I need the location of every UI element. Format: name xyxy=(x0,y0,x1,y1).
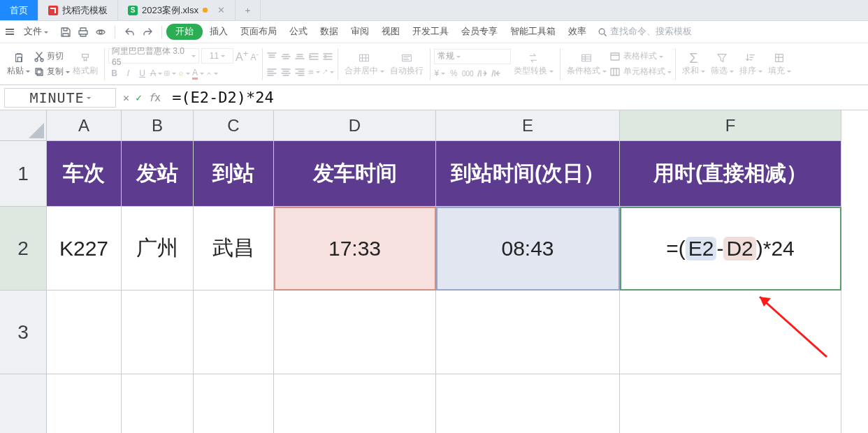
menu-view[interactable]: 视图 xyxy=(376,23,405,41)
phonetic-icon[interactable] xyxy=(206,68,218,80)
dec-inc-icon[interactable] xyxy=(476,68,488,80)
shrink-font-icon[interactable]: A- xyxy=(250,50,258,62)
fontcolor-icon[interactable]: A xyxy=(192,68,204,80)
cell-A3[interactable] xyxy=(47,291,122,374)
brush-icon[interactable] xyxy=(80,52,92,64)
indent-dec-icon[interactable] xyxy=(322,50,334,62)
cell-A1[interactable]: 车次 xyxy=(47,141,122,207)
cell-E3[interactable] xyxy=(436,291,620,374)
merge-icon[interactable] xyxy=(359,52,370,64)
formula-input[interactable]: =(E2-D2)*24 xyxy=(168,89,868,106)
strike-icon[interactable]: A xyxy=(150,68,162,80)
wrap-icon[interactable] xyxy=(400,52,412,64)
cell-D1[interactable]: 发车时间 xyxy=(274,141,436,207)
cellstyle-icon[interactable] xyxy=(609,66,621,78)
menu-start[interactable]: 开始 xyxy=(166,24,203,40)
cut-icon[interactable] xyxy=(33,50,45,62)
row-header-1[interactable]: 1 xyxy=(0,141,47,207)
font-select[interactable]: 阿里巴巴普惠体 3.0 65 xyxy=(108,48,199,64)
orientation-icon[interactable] xyxy=(322,66,334,78)
comma-icon[interactable]: 000 xyxy=(462,68,474,80)
cell-B1[interactable]: 发站 xyxy=(122,141,194,207)
menu-data[interactable]: 数据 xyxy=(314,23,344,41)
cell-F1[interactable]: 用时(直接相减） xyxy=(620,141,841,207)
cell-F2-editing[interactable]: =( E2 - D2 )*24 xyxy=(620,207,841,291)
menu-formula[interactable]: 公式 xyxy=(284,23,313,41)
percent-icon[interactable]: % xyxy=(448,68,460,80)
print-icon[interactable] xyxy=(77,26,89,38)
redo-icon[interactable] xyxy=(141,26,153,38)
hamburger-icon[interactable] xyxy=(3,26,17,38)
tab-docer[interactable]: 找稻壳模板 xyxy=(38,0,118,20)
size-select[interactable]: 11 xyxy=(201,48,233,64)
cell-D3[interactable] xyxy=(274,291,436,374)
cell-A2[interactable]: K227 xyxy=(47,207,122,291)
menu-insert[interactable]: 插入 xyxy=(204,23,233,41)
menu-efficiency[interactable]: 效率 xyxy=(563,23,592,41)
align-left-icon[interactable] xyxy=(266,66,278,78)
copy-icon[interactable] xyxy=(33,66,45,78)
bold-icon[interactable]: B xyxy=(108,68,120,80)
fx-icon[interactable]: fx xyxy=(148,91,161,104)
col-header-B[interactable]: B xyxy=(122,110,194,141)
cell-E1[interactable]: 到站时间(次日） xyxy=(436,141,620,207)
menu-vip[interactable]: 会员专享 xyxy=(456,23,503,41)
search-box[interactable]: 查找命令、搜索模板 xyxy=(593,26,696,38)
undo-icon[interactable] xyxy=(124,26,136,38)
convert-icon[interactable] xyxy=(528,52,540,64)
align-right-icon[interactable] xyxy=(294,66,306,78)
paste-label[interactable]: 粘贴 xyxy=(7,66,30,76)
fillcolor-icon[interactable] xyxy=(178,68,190,80)
tablestyle-icon[interactable] xyxy=(609,50,621,62)
col-header-C[interactable]: C xyxy=(194,110,274,141)
fill-icon[interactable] xyxy=(774,52,786,64)
border-icon[interactable] xyxy=(164,68,176,80)
row-header-3[interactable]: 3 xyxy=(0,291,47,374)
cell-C2[interactable]: 武昌 xyxy=(194,207,274,291)
col-header-E[interactable]: E xyxy=(436,110,620,141)
indent-inc-icon[interactable] xyxy=(308,50,320,62)
cell-B2[interactable]: 广州 xyxy=(122,207,194,291)
tab-file[interactable]: 2023案例.xlsx✕ xyxy=(118,0,236,20)
col-header-A[interactable]: A xyxy=(47,110,122,141)
cell-E2[interactable]: 08:43 xyxy=(436,207,620,291)
cell-B3[interactable] xyxy=(122,291,194,374)
fx-cancel-icon[interactable]: ✕ xyxy=(123,91,129,104)
number-format[interactable]: 常规 xyxy=(434,49,511,64)
menu-dev[interactable]: 开发工具 xyxy=(407,23,454,41)
fx-accept-icon[interactable]: ✓ xyxy=(136,91,142,104)
menu-file[interactable]: 文件 xyxy=(18,23,54,41)
sort-icon[interactable] xyxy=(745,52,757,64)
menu-layout[interactable]: 页面布局 xyxy=(235,23,282,41)
menu-review[interactable]: 审阅 xyxy=(345,23,375,41)
close-icon[interactable]: ✕ xyxy=(217,5,225,15)
save-icon[interactable] xyxy=(59,26,71,38)
col-header-D[interactable]: D xyxy=(274,110,436,141)
row-header-2[interactable]: 2 xyxy=(0,207,47,291)
cond-icon[interactable] xyxy=(581,52,593,64)
underline-icon[interactable]: U xyxy=(136,68,148,80)
col-header-F[interactable]: F xyxy=(620,110,841,141)
align-mid-icon[interactable] xyxy=(280,50,292,62)
select-all-corner[interactable] xyxy=(0,110,47,141)
cell-F3[interactable] xyxy=(620,291,841,374)
preview-icon[interactable] xyxy=(94,26,106,38)
tab-home[interactable]: 首页 xyxy=(0,0,38,20)
cell-D2[interactable]: 17:33 xyxy=(274,207,436,291)
menu-smart[interactable]: 智能工具箱 xyxy=(505,23,561,41)
sum-icon[interactable]: Σ xyxy=(688,52,700,64)
cell-C1[interactable]: 到站 xyxy=(194,141,274,207)
paste-icon[interactable] xyxy=(13,52,24,64)
tab-add[interactable]: ＋ xyxy=(236,0,261,20)
currency-icon[interactable]: ¥ xyxy=(434,68,446,80)
align-bot-icon[interactable] xyxy=(294,50,306,62)
filter-icon[interactable] xyxy=(716,52,728,64)
cell-C3[interactable] xyxy=(194,291,274,374)
italic-icon[interactable]: I xyxy=(122,68,134,80)
justify-icon[interactable] xyxy=(308,66,320,78)
name-box[interactable]: MINUTE xyxy=(4,88,116,108)
align-top-icon[interactable] xyxy=(266,50,278,62)
dec-dec-icon[interactable] xyxy=(490,68,502,80)
align-center-icon[interactable] xyxy=(280,66,292,78)
grow-font-icon[interactable]: A+ xyxy=(236,48,248,64)
